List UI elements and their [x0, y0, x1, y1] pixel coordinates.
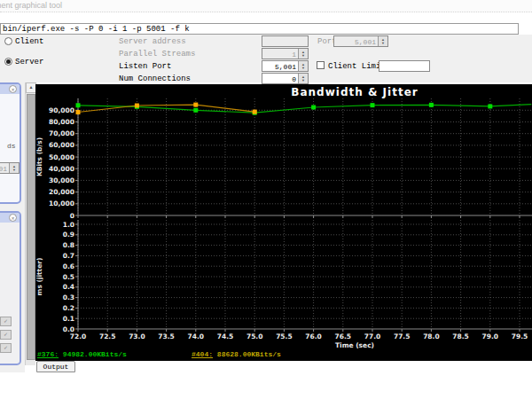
series-marker	[76, 103, 81, 107]
bandwidth-tick-label: 90,000	[49, 106, 74, 114]
options-form: Client Server Server address Parallel St…	[0, 35, 532, 82]
server-radio[interactable]	[4, 58, 12, 66]
jitter-tick-label: 0.0	[63, 325, 74, 333]
client-radio-label: Client	[15, 37, 43, 46]
app-window: ment graphical tool Client Server Server…	[0, 0, 532, 399]
x-tick-label: 78.0	[423, 332, 440, 340]
legend-item-376[interactable]: #376: 94982.00KBits/s	[37, 350, 127, 358]
spinner-arrows-icon[interactable]: ▲▼	[9, 163, 19, 173]
series-marker	[76, 110, 81, 114]
vertical-scrollbar[interactable]: ▲	[25, 82, 35, 365]
jitter-tick-label: 0.1	[63, 315, 74, 323]
x-tick-label: 75.0	[246, 332, 263, 340]
listen-port-spinner[interactable]: 5,001 ▲▼	[262, 60, 309, 72]
jitter-tick-label: 0.3	[63, 293, 74, 301]
scrollbar-thumb[interactable]	[27, 94, 35, 360]
jitter-tick-label: 0.4	[63, 283, 74, 291]
chart-title: Bandwidth & Jitter	[291, 86, 418, 98]
jitter-tick-label: 0.2	[63, 304, 74, 312]
port-spinner[interactable]: 5,001 ▲▼	[333, 35, 388, 47]
bandwidth-tick-label: 50,000	[49, 153, 74, 161]
x-tick-label: 72.5	[99, 332, 116, 340]
client-radio[interactable]	[4, 37, 12, 45]
checkbox-partial[interactable]: ✓	[0, 317, 12, 326]
bandwidth-tick-label: 80,000	[49, 118, 74, 126]
parallel-streams-label: Parallel Streams	[119, 50, 195, 59]
series-marker	[371, 103, 375, 107]
server-address-label: Server address	[119, 37, 186, 46]
series-marker	[253, 110, 257, 114]
side-panel-1: ✕ ds 01 ▲▼	[0, 82, 21, 204]
jitter-axis-label: ms (jitter)	[35, 258, 43, 296]
series-marker	[311, 106, 316, 110]
x-tick-label: 73.0	[129, 332, 145, 340]
series-marker	[488, 104, 492, 108]
spinner-arrows-icon[interactable]: ▲▼	[298, 49, 308, 59]
x-tick-label: 74.5	[217, 332, 234, 340]
x-tick-label: 72.0	[70, 332, 87, 340]
x-tick-label: 77.0	[364, 332, 381, 340]
side-panel-2: ✕ ✓ ✓ ✓	[0, 211, 21, 365]
jitter-tick-label: 0.8	[63, 241, 74, 249]
jitter-tick-label: 0.7	[63, 252, 74, 260]
parallel-streams-spinner[interactable]: 1 ▲▼	[262, 48, 309, 59]
jitter-tick-label: 0.5	[63, 273, 74, 281]
checkbox-partial[interactable]: ✓	[0, 343, 12, 353]
window-titlebar: ment graphical tool	[0, 0, 532, 12]
legend-item-404[interactable]: #404: 88628.00KBits/s	[192, 350, 281, 358]
x-tick-label: 78.5	[452, 332, 469, 340]
side-panel-spinner[interactable]: 01 ▲▼	[0, 162, 20, 174]
client-limit-label: Client Limit	[328, 62, 386, 71]
panel-collapse-icon[interactable]: ✕	[9, 214, 17, 222]
output-tabbar: Output	[35, 361, 532, 372]
bandwidth-tick-label: 30,000	[49, 176, 74, 184]
x-tick-label: 77.5	[394, 332, 411, 340]
series-marker	[135, 104, 139, 108]
iperf-command-input[interactable]	[0, 23, 519, 35]
bandwidth-jitter-chart: 72.072.573.073.574.074.575.075.576.076.5…	[35, 84, 532, 361]
server-radio-label: Server	[15, 58, 43, 66]
num-connections-label: Num Connections	[119, 74, 191, 83]
bandwidth-tick-label: 10,000	[49, 200, 74, 207]
x-tick-label: 74.0	[188, 332, 205, 340]
time-axis-label: Time (sec)	[335, 341, 374, 349]
num-connections-spinner[interactable]: 0 ▲▼	[262, 73, 309, 84]
client-limit-checkbox[interactable]	[317, 61, 325, 69]
x-tick-label: 76.0	[305, 332, 322, 340]
server-address-input[interactable]	[262, 35, 309, 47]
jitter-tick-label: 0.6	[63, 262, 74, 270]
spinner-arrows-icon[interactable]: ▲▼	[298, 74, 308, 83]
side-panel-text: ds	[7, 142, 16, 150]
checkbox-partial[interactable]: ✓	[0, 330, 12, 340]
jitter-tick-label: 1.0	[63, 221, 74, 229]
x-tick-label: 79.5	[512, 332, 528, 340]
tab-output[interactable]: Output	[36, 361, 75, 372]
spinner-arrows-icon[interactable]: ▲▼	[298, 61, 308, 71]
spinner-arrows-icon[interactable]: ▲▼	[378, 36, 387, 46]
left-panel-column: ✕ ds 01 ▲▼ ✕ ✓ ✓ ✓	[0, 82, 25, 372]
x-tick-label: 79.0	[482, 332, 499, 340]
window-title: ment graphical tool	[0, 1, 62, 10]
jitter-tick-label: 0.9	[63, 231, 74, 239]
client-limit-input[interactable]	[379, 60, 430, 72]
bandwidth-tick-label: 70,000	[49, 129, 74, 137]
bandwidth-tick-label: 0	[70, 212, 74, 220]
x-tick-label: 75.5	[276, 332, 293, 340]
chart-canvas: 72.072.573.073.574.074.575.075.576.076.5…	[35, 84, 532, 361]
bandwidth-tick-label: 40,000	[49, 165, 74, 173]
x-tick-label: 76.5	[335, 332, 352, 340]
series-marker	[429, 103, 434, 107]
listen-port-label: Listen Port	[119, 62, 171, 71]
bandwidth-tick-label: 20,000	[49, 188, 74, 196]
series-marker	[193, 103, 198, 107]
bandwidth-tick-label: 60,000	[49, 141, 74, 149]
panel-collapse-icon[interactable]: ✕	[9, 85, 17, 93]
x-tick-label: 73.5	[158, 332, 175, 340]
series-marker	[193, 108, 198, 113]
bandwidth-axis-label: KBits (b/s)	[35, 137, 43, 176]
